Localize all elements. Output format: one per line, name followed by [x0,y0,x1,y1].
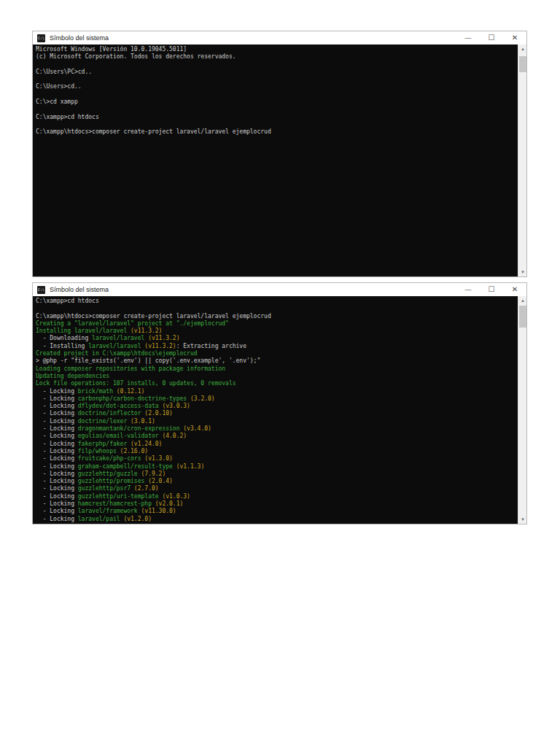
cmd-window-2: C:\ Símbolo del sistema — ☐ ✕ C:\xampp>c… [32,282,527,525]
titlebar[interactable]: C:\ Símbolo del sistema — ☐ ✕ [33,283,526,296]
terminal-line: C:\>cd xampp [36,98,516,106]
maximize-button[interactable]: ☐ [480,283,503,296]
terminal-output-area[interactable]: C:\xampp>cd htdocs C:\xampp\htdocs>compo… [33,296,526,524]
scroll-up-icon[interactable]: ▲ [518,44,526,53]
terminal-line: C:\Users>cd.. [36,83,516,90]
scrollbar[interactable]: ▲ ▼ [518,44,526,276]
terminal-line: - Locking guzzlehttp/guzzle (7.9.2) [36,471,516,478]
terminal-line: Creating a "laravel/laravel" project at … [36,320,516,328]
terminal-line: - Locking egulias/email-validator (4.0.2… [36,433,516,440]
terminal-line: - Downloading laravel/laravel (v11.3.2) [36,335,516,342]
terminal-line: Microsoft Windows [Versión 10.0.19045.50… [36,46,516,53]
minimize-button[interactable]: — [456,31,480,44]
terminal-line: C:\xampp\htdocs>composer create-project … [36,313,516,320]
terminal-line: - Installing laravel/laravel (v11.3.2): … [36,343,516,350]
terminal-line: - Locking fruitcake/php-cors (v1.3.0) [36,455,516,462]
window-controls: — ☐ ✕ [456,283,526,296]
terminal-line: - Locking dflydev/dot-access-data (v3.0.… [36,403,516,410]
terminal-line: (c) Microsoft Corporation. Todos los der… [36,53,516,61]
close-button[interactable]: ✕ [503,283,526,296]
window-title: Símbolo del sistema [50,34,109,42]
terminal-line: - Locking guzzlehttp/psr7 (2.7.0) [36,485,516,492]
terminal-line: > @php -r "file_exists('.env') || copy('… [36,357,516,365]
terminal-line [36,121,516,128]
window-controls: — ☐ ✕ [456,31,526,44]
window-title: Símbolo del sistema [50,286,109,293]
close-button[interactable]: ✕ [503,31,526,44]
terminal-lines: C:\xampp>cd htdocs C:\xampp\htdocs>compo… [36,298,516,524]
terminal-line [36,61,516,69]
terminal-line: - Locking filp/whoops (2.16.0) [36,448,516,455]
scrollbar-thumb[interactable] [519,56,526,72]
terminal-line: - Locking guzzlehttp/promises (2.0.4) [36,478,516,485]
scroll-down-icon[interactable]: ▼ [518,515,526,524]
terminal-line: - Locking doctrine/lexer (3.0.1) [36,418,516,425]
terminal-line: - Locking dragonmantank/cron-expression … [36,425,516,433]
page-background: C:\ Símbolo del sistema — ☐ ✕ Microsoft … [0,0,560,747]
terminal-line: - Locking graham-campbell/result-type (v… [36,463,516,471]
terminal-line: Created project in C:\xampp\htdocs\ejemp… [36,350,516,357]
terminal-line [36,91,516,98]
terminal-line: C:\xampp>cd htdocs [36,298,516,305]
cmd-app-icon: C:\ [37,34,45,42]
cmd-app-icon: C:\ [37,286,45,294]
maximize-button[interactable]: ☐ [480,31,503,44]
terminal-line: C:\xampp>cd htdocs [36,114,516,121]
terminal-line: - Locking laravel/pail (v1.2.0) [36,516,516,523]
scroll-down-icon[interactable]: ▼ [518,268,526,276]
terminal-line: Lock file operations: 107 installs, 0 up… [36,380,516,387]
cmd-window-1: C:\ Símbolo del sistema — ☐ ✕ Microsoft … [32,31,527,277]
terminal-line: - Locking carbonphp/carbon-doctrine-type… [36,395,516,403]
terminal-line: - Locking fakerphp/faker (v1.24.0) [36,441,516,448]
terminal-line: Updating dependencies [36,373,516,380]
titlebar[interactable]: C:\ Símbolo del sistema — ☐ ✕ [33,31,526,44]
terminal-line: - Locking brick/math (0.12.1) [36,388,516,395]
terminal-line [36,305,516,312]
terminal-line: - Locking doctrine/inflector (2.0.10) [36,410,516,417]
terminal-line: C:\xampp\htdocs>composer create-project … [36,128,516,136]
scroll-up-icon[interactable]: ▲ [518,296,526,305]
terminal-line [36,106,516,113]
minimize-button[interactable]: — [456,283,480,296]
terminal-line: - Locking laravel/framework (v11.30.0) [36,508,516,515]
terminal-line: - Locking guzzlehttp/uri-template (v1.0.… [36,493,516,500]
terminal-line: - Locking hamcrest/hamcrest-php (v2.0.1) [36,500,516,508]
terminal-output-area[interactable]: Microsoft Windows [Versión 10.0.19045.50… [33,44,526,276]
terminal-line: Installing laravel/laravel (v11.3.2) [36,328,516,335]
scrollbar[interactable]: ▲ ▼ [518,296,526,524]
scrollbar-thumb[interactable] [519,306,526,328]
terminal-lines: Microsoft Windows [Versión 10.0.19045.50… [36,46,516,276]
terminal-line [36,76,516,83]
terminal-line: Loading composer repositories with packa… [36,365,516,373]
terminal-line: C:\Users\PC>cd.. [36,69,516,76]
